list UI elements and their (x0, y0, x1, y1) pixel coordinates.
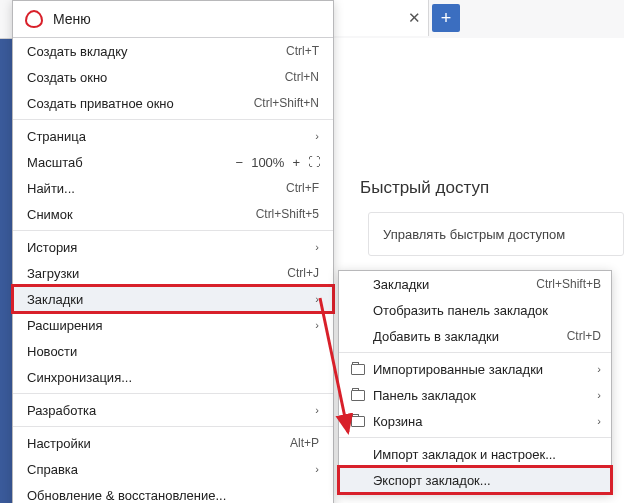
menu-item-update-restore[interactable]: Обновление & восстановление... (13, 482, 333, 503)
label: Страница (27, 129, 307, 144)
chevron-right-icon: › (597, 363, 601, 375)
separator (339, 437, 611, 438)
chevron-right-icon: › (597, 389, 601, 401)
chevron-right-icon: › (315, 241, 319, 253)
menu-item-history[interactable]: История › (13, 234, 333, 260)
separator (339, 352, 611, 353)
opera-menu: Меню Создать вкладку Ctrl+T Создать окно… (12, 0, 334, 503)
label: Справка (27, 462, 307, 477)
menu-item-sync[interactable]: Синхронизация... (13, 364, 333, 390)
folder-icon (349, 390, 367, 401)
shortcut: Ctrl+Shift+N (254, 96, 319, 110)
label: Новости (27, 344, 319, 359)
shortcut: Ctrl+T (286, 44, 319, 58)
label: Обновление & восстановление... (27, 488, 319, 503)
menu-item-bookmarks[interactable]: Закладки › (13, 286, 333, 312)
label: Экспорт закладок... (367, 473, 601, 488)
menu-title: Меню (53, 11, 91, 27)
label: Разработка (27, 403, 307, 418)
menu-item-developer[interactable]: Разработка › (13, 397, 333, 423)
shortcut: Ctrl+J (287, 266, 319, 280)
shortcut: Ctrl+N (285, 70, 319, 84)
label: Закладки (27, 292, 307, 307)
chevron-right-icon: › (315, 293, 319, 305)
separator (13, 426, 333, 427)
zoom-out-icon[interactable]: − (236, 155, 244, 170)
close-tab-icon[interactable]: ✕ (400, 0, 428, 36)
menu-item-help[interactable]: Справка › (13, 456, 333, 482)
menu-item-new-private-window[interactable]: Создать приватное окно Ctrl+Shift+N (13, 90, 333, 116)
menu-item-snapshot[interactable]: Снимок Ctrl+Shift+5 (13, 201, 333, 227)
zoom-in-icon[interactable]: + (292, 155, 300, 170)
chevron-right-icon: › (315, 404, 319, 416)
manage-speed-dial-label: Управлять быстрым доступом (383, 227, 565, 242)
label: Масштаб (27, 155, 236, 170)
menu-item-settings[interactable]: Настройки Alt+P (13, 430, 333, 456)
submenu-item-imported-bookmarks[interactable]: Импортированные закладки › (339, 356, 611, 382)
fullscreen-icon[interactable]: ⛶ (308, 155, 319, 169)
label: История (27, 240, 307, 255)
submenu-item-bookmarks-bar[interactable]: Панель закладок › (339, 382, 611, 408)
shortcut: Ctrl+F (286, 181, 319, 195)
menu-item-downloads[interactable]: Загрузки Ctrl+J (13, 260, 333, 286)
separator (13, 393, 333, 394)
menu-item-new-tab[interactable]: Создать вкладку Ctrl+T (13, 38, 333, 64)
label: Закладки (367, 277, 536, 292)
label: Найти... (27, 181, 286, 196)
label: Отобразить панель закладок (367, 303, 601, 318)
label: Импортированные закладки (367, 362, 597, 377)
menu-item-new-window[interactable]: Создать окно Ctrl+N (13, 64, 333, 90)
separator (13, 119, 333, 120)
label: Синхронизация... (27, 370, 319, 385)
active-tab[interactable]: ✕ (332, 0, 429, 36)
label: Добавить в закладки (367, 329, 567, 344)
chevron-right-icon: › (315, 463, 319, 475)
folder-icon (349, 416, 367, 427)
shortcut: Ctrl+Shift+5 (256, 207, 319, 221)
new-tab-button[interactable]: + (432, 4, 460, 32)
speed-dial-title: Быстрый доступ (360, 178, 489, 198)
shortcut: Ctrl+Shift+B (536, 277, 601, 291)
submenu-item-show-bookmarks-bar[interactable]: Отобразить панель закладок (339, 297, 611, 323)
folder-icon (349, 364, 367, 375)
manage-speed-dial-button[interactable]: Управлять быстрым доступом (368, 212, 624, 256)
menu-header: Меню (13, 1, 333, 38)
submenu-item-import-bookmarks[interactable]: Импорт закладок и настроек... (339, 441, 611, 467)
separator (13, 230, 333, 231)
menu-item-page[interactable]: Страница › (13, 123, 333, 149)
shortcut: Ctrl+D (567, 329, 601, 343)
chevron-right-icon: › (315, 319, 319, 331)
label: Настройки (27, 436, 290, 451)
opera-icon (25, 10, 43, 28)
label: Создать окно (27, 70, 285, 85)
label: Снимок (27, 207, 256, 222)
menu-item-find[interactable]: Найти... Ctrl+F (13, 175, 333, 201)
submenu-item-export-bookmarks[interactable]: Экспорт закладок... (339, 467, 611, 493)
submenu-item-add-bookmark[interactable]: Добавить в закладки Ctrl+D (339, 323, 611, 349)
label: Корзина (367, 414, 597, 429)
zoom-value: 100% (251, 155, 284, 170)
submenu-item-trash[interactable]: Корзина › (339, 408, 611, 434)
shortcut: Alt+P (290, 436, 319, 450)
menu-item-news[interactable]: Новости (13, 338, 333, 364)
label: Загрузки (27, 266, 287, 281)
menu-item-extensions[interactable]: Расширения › (13, 312, 333, 338)
label: Импорт закладок и настроек... (367, 447, 601, 462)
zoom-controls: − 100% + ⛶ (236, 155, 319, 170)
chevron-right-icon: › (597, 415, 601, 427)
submenu-item-bookmarks[interactable]: Закладки Ctrl+Shift+B (339, 271, 611, 297)
label: Создать вкладку (27, 44, 286, 59)
bookmarks-submenu: Закладки Ctrl+Shift+B Отобразить панель … (338, 270, 612, 494)
label: Расширения (27, 318, 307, 333)
menu-item-zoom[interactable]: Масштаб − 100% + ⛶ (13, 149, 333, 175)
chevron-right-icon: › (315, 130, 319, 142)
label: Панель закладок (367, 388, 597, 403)
label: Создать приватное окно (27, 96, 254, 111)
